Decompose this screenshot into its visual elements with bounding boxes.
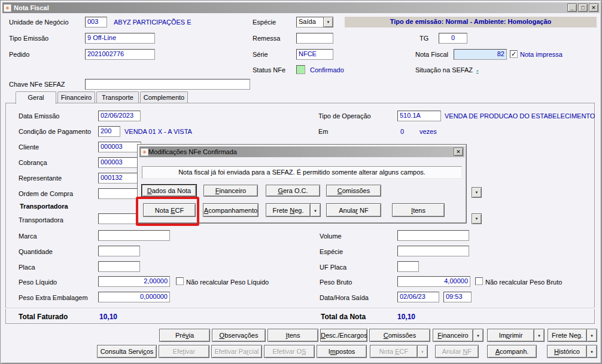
historico-dropdown-icon[interactable]: ▼ (586, 345, 597, 358)
close-button[interactable]: ✕ (589, 4, 598, 12)
pedido-field[interactable]: 2021002776 (85, 49, 155, 60)
quantidade-field[interactable] (98, 246, 140, 256)
gera-oc-button[interactable]: Gera O.C. (266, 185, 320, 197)
serie-field[interactable]: NFCE (296, 49, 333, 60)
status-nfe-label: Status NFe (253, 66, 285, 74)
dialog-close-button[interactable]: ✕ (454, 148, 463, 156)
imprimir-dropdown-icon[interactable]: ▼ (534, 329, 545, 342)
representante-label: Representante (19, 175, 62, 182)
cliente-label: Cliente (19, 143, 39, 151)
hora-saida-field[interactable]: 09:53 (443, 292, 472, 302)
nao-recalcular-peso-liquido-checkbox[interactable] (176, 277, 184, 285)
tab-financeiro[interactable]: Financeiro (57, 91, 95, 103)
data-saida-field[interactable]: 02/06/23 (397, 292, 439, 302)
nota-fiscal-field[interactable]: 82 (454, 49, 507, 60)
nota-ecf-bottom-button[interactable]: Nota ECF (370, 345, 417, 358)
observacoes-button[interactable]: Observações (212, 329, 266, 342)
tipo-emissao-field[interactable]: 9 Off-Line (85, 33, 155, 44)
anular-nf-bottom-button[interactable]: Anular NF (435, 345, 479, 358)
uf-placa-label: UF Placa (320, 264, 346, 271)
em-suffix: vezes (419, 128, 437, 135)
efetivar-os-button[interactable]: Efetivar OS (264, 345, 315, 358)
frete-neg-button[interactable]: Frete Neg. (548, 329, 586, 342)
unidade-negocio-label: Unidade de Negócio (9, 19, 69, 26)
consulta-servicos-button[interactable]: Consulta Serviços (97, 345, 157, 358)
peso-extra-field[interactable]: 0,000000 (98, 292, 170, 302)
tg-label: TG (419, 35, 428, 42)
financeiro-dropdown-icon[interactable]: ▼ (473, 329, 484, 342)
dados-da-nota-button[interactable]: Dados da Nota (142, 185, 196, 197)
dialog-anular-nf-button[interactable]: Anular NF (326, 203, 381, 217)
unidade-negocio-field[interactable]: 003 (85, 17, 107, 27)
tg-field[interactable]: 0 (439, 33, 467, 44)
dialog-frete-neg-button[interactable]: Frete Neg. (266, 203, 310, 217)
data-emissao-field[interactable]: 02/06/2023 (98, 111, 141, 121)
nao-recalcular-peso-liquido-label: Não recalcular Peso Líquido (186, 279, 269, 286)
nota-ecf-button[interactable]: Nota ECF (143, 203, 196, 217)
condicao-pagamento-desc: VENDA 01 X - A VISTA (124, 128, 192, 135)
ordem-compra-dropdown-icon[interactable]: ▼ (472, 187, 482, 198)
tab-transporte[interactable]: Transporte (96, 91, 139, 103)
status-nfe-indicator (296, 65, 305, 74)
dialog-title: Modificações NFe Confirmada (148, 148, 237, 155)
tab-geral[interactable]: Geral (16, 91, 56, 104)
total-nota-value: 10,10 (397, 313, 415, 321)
comissoes-button[interactable]: Comissões (369, 329, 430, 342)
condicao-pagamento-field[interactable]: 200 (98, 126, 120, 137)
imprimir-button[interactable]: Imprimir (487, 329, 534, 342)
nota-ecf-dropdown-icon[interactable]: ▼ (417, 345, 428, 358)
especie-dropdown-icon[interactable]: ▼ (323, 17, 333, 27)
modificacoes-nfe-dialog: ✳ Modificações NFe Confirmada ✕ Nota fis… (137, 144, 467, 224)
nota-impressa-label: Nota impressa (520, 51, 563, 58)
marca-field[interactable] (98, 230, 170, 241)
chave-nfe-field[interactable] (85, 79, 250, 90)
representante-field[interactable]: 000132 (98, 173, 141, 183)
acompanhamento-button[interactable]: Acompanhamento (203, 203, 259, 217)
efetivar-button[interactable]: Efetivar (159, 345, 209, 358)
maximize-button[interactable]: □ (578, 4, 588, 12)
dialog-financeiro-button[interactable]: Financeiro (203, 185, 258, 197)
especie-transp-field[interactable] (397, 246, 469, 256)
check-icon: ✓ (511, 50, 516, 57)
tab-complemento[interactable]: Complemento (140, 91, 188, 103)
dialog-comissoes-button[interactable]: Comissões (326, 185, 381, 197)
minimize-button[interactable]: _ (567, 4, 577, 12)
financeiro-button[interactable]: Financeiro (433, 329, 473, 342)
acompanh-button[interactable]: Acompanh. (487, 345, 537, 358)
dialog-message: Nota fiscal já foi enviada para a SEFAZ.… (142, 166, 462, 179)
tipo-operacao-desc: VENDA DE PRODUCAO DO ESTABELECIMENTO (445, 112, 595, 120)
nota-impressa-checkbox[interactable]: ✓ (510, 50, 518, 58)
efetivar-parcial-button[interactable]: Efetivar Parcial (211, 345, 262, 358)
historico-button[interactable]: Histórico (547, 345, 586, 358)
impostos-button[interactable]: Impostos (317, 345, 367, 358)
tipo-emissao-label: Tipo Emissão (9, 35, 48, 42)
cliente-field[interactable]: 000003 (98, 142, 141, 152)
dialog-frete-neg-dropdown-icon[interactable]: ▼ (310, 203, 321, 217)
total-nota-label: Total da Nota (321, 313, 366, 321)
transportadora-dropdown-icon[interactable]: ▼ (472, 213, 482, 224)
transportadora-label: Transportadora (19, 216, 63, 224)
nota-fiscal-label: Nota Fiscal (415, 51, 448, 58)
cobranca-field[interactable]: 000003 (98, 157, 141, 168)
previa-button[interactable]: Prévia (159, 329, 210, 342)
peso-bruto-field[interactable]: 4,00000 (397, 276, 470, 287)
dialog-itens-button[interactable]: Itens (392, 203, 445, 217)
frete-neg-dropdown-icon[interactable]: ▼ (586, 329, 597, 342)
especie-label: Espécie (253, 19, 276, 26)
nao-recalcular-peso-bruto-checkbox[interactable] (475, 277, 483, 285)
peso-liquido-label: Peso Líquido (19, 279, 57, 286)
title-bar[interactable]: ✳ Nota Fiscal _ □ ✕ (2, 2, 600, 13)
situacao-sefaz-link[interactable]: - (476, 66, 479, 74)
itens-button[interactable]: Itens (267, 329, 318, 342)
tipo-operacao-field[interactable]: 510.1A (397, 111, 441, 121)
especie-transp-label: Espécie (320, 248, 343, 255)
uf-placa-field[interactable] (397, 261, 419, 272)
peso-liquido-field[interactable]: 2,00000 (98, 276, 170, 287)
dialog-title-bar[interactable]: ✳ Modificações NFe Confirmada ✕ (139, 146, 464, 157)
serie-label: Série (253, 51, 268, 58)
volume-field[interactable] (397, 230, 469, 241)
desc-encargos-button[interactable]: Desc./Encargos (320, 329, 367, 342)
remessa-field[interactable] (296, 33, 333, 44)
placa-field[interactable] (98, 261, 140, 272)
app-icon: ✳ (4, 4, 11, 12)
